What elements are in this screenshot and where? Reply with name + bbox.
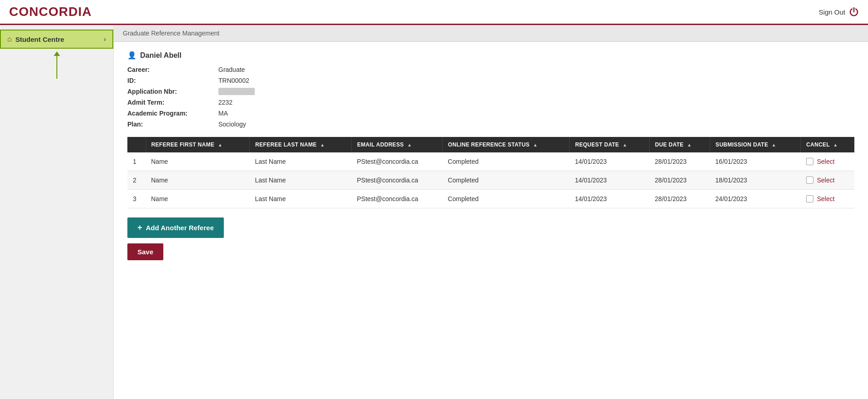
arrow-up-line — [56, 56, 57, 79]
power-icon — [849, 7, 859, 17]
cell-request-date: 14/01/2023 — [570, 190, 650, 208]
cell-request-date: 14/01/2023 — [570, 171, 650, 190]
sidebar-arrow-indicator — [0, 49, 113, 79]
career-row: Career: Graduate — [127, 66, 854, 73]
col-num — [127, 137, 146, 152]
cell-first-name: Name — [146, 152, 250, 171]
cell-submission-date: 24/01/2023 — [710, 190, 800, 208]
col-submission-date[interactable]: SUBMISSION DATE ▲ — [710, 137, 800, 152]
app-nbr-value — [218, 88, 255, 95]
cell-submission-date: 16/01/2023 — [710, 152, 800, 171]
save-button[interactable]: Save — [127, 243, 163, 260]
academic-program-label: Academic Program: — [127, 110, 218, 117]
add-referee-label: Add Another Referee — [146, 224, 214, 232]
home-icon: ⌂ — [7, 35, 12, 43]
person-icon: 👤 — [127, 51, 136, 60]
id-label: ID: — [127, 77, 218, 84]
sort-icon-email: ▲ — [407, 142, 412, 147]
plan-label: Plan: — [127, 121, 218, 128]
table-row: 3 Name Last Name PStest@concordia.ca Com… — [127, 190, 854, 208]
admit-term-label: Admit Term: — [127, 99, 218, 106]
sort-icon-cancel: ▲ — [833, 142, 838, 147]
col-cancel[interactable]: CANCEL ▲ — [801, 137, 854, 152]
breadcrumb: Graduate Reference Management — [114, 25, 868, 42]
academic-program-row: Academic Program: MA — [127, 110, 854, 117]
cancel-checkbox[interactable] — [806, 158, 813, 165]
plus-icon: + — [137, 223, 142, 232]
page-content: 👤 Daniel Abell Career: Graduate ID: TRN0… — [114, 42, 868, 269]
sort-icon-request-date: ▲ — [623, 142, 627, 147]
cell-request-date: 14/01/2023 — [570, 152, 650, 171]
select-label[interactable]: Select — [817, 158, 835, 165]
cell-num: 2 — [127, 171, 146, 190]
add-referee-button[interactable]: + Add Another Referee — [127, 217, 224, 238]
cell-cancel: Select — [801, 190, 854, 208]
sign-out-label: Sign Out — [819, 8, 845, 16]
admit-term-row: Admit Term: 2232 — [127, 99, 854, 106]
cell-submission-date: 18/01/2023 — [710, 171, 800, 190]
cell-status: Completed — [442, 152, 569, 171]
cell-first-name: Name — [146, 190, 250, 208]
cell-first-name: Name — [146, 171, 250, 190]
col-email[interactable]: EMAIL ADDRESS ▲ — [351, 137, 442, 152]
plan-value: Sociology — [218, 121, 246, 128]
sort-icon-submission-date: ▲ — [772, 142, 776, 147]
cell-num: 3 — [127, 190, 146, 208]
sidebar: ⌂ Student Centre › — [0, 25, 114, 399]
sidebar-item-label: Student Centre — [15, 35, 65, 43]
student-info: 👤 Daniel Abell Career: Graduate ID: TRN0… — [127, 51, 854, 128]
career-value: Graduate — [218, 66, 245, 73]
concordia-logo: CONCORDIA — [9, 5, 92, 19]
sort-icon-due-date: ▲ — [687, 142, 691, 147]
col-due-date[interactable]: DUE DATE ▲ — [649, 137, 710, 152]
app-nbr-row: Application Nbr: — [127, 88, 854, 95]
sort-icon-status: ▲ — [533, 142, 538, 147]
chevron-right-icon: › — [104, 35, 106, 43]
cell-status: Completed — [442, 190, 569, 208]
main-layout: ⌂ Student Centre › Graduate Reference Ma… — [0, 25, 868, 399]
cell-due-date: 28/01/2023 — [649, 152, 710, 171]
id-value: TRN00002 — [218, 77, 249, 84]
academic-program-value: MA — [218, 110, 228, 117]
cell-due-date: 28/01/2023 — [649, 190, 710, 208]
cell-email: PStest@concordia.ca — [351, 190, 442, 208]
admit-term-value: 2232 — [218, 99, 232, 106]
cancel-checkbox[interactable] — [806, 177, 813, 184]
select-label[interactable]: Select — [817, 195, 835, 202]
cell-last-name: Last Name — [250, 190, 352, 208]
cell-cancel: Select — [801, 171, 854, 190]
col-request-date[interactable]: REQUEST DATE ▲ — [570, 137, 650, 152]
content-area: Graduate Reference Management 👤 Daniel A… — [114, 25, 868, 399]
table-row: 2 Name Last Name PStest@concordia.ca Com… — [127, 171, 854, 190]
sign-out-button[interactable]: Sign Out — [819, 7, 859, 17]
sort-icon-first-name: ▲ — [218, 142, 222, 147]
cell-last-name: Last Name — [250, 171, 352, 190]
app-nbr-label: Application Nbr: — [127, 88, 218, 95]
career-label: Career: — [127, 66, 218, 73]
id-row: ID: TRN00002 — [127, 77, 854, 84]
save-label: Save — [137, 248, 153, 256]
student-name: 👤 Daniel Abell — [127, 51, 854, 60]
cell-cancel: Select — [801, 152, 854, 171]
sidebar-item-student-centre[interactable]: ⌂ Student Centre › — [0, 30, 113, 49]
cell-due-date: 28/01/2023 — [649, 171, 710, 190]
sort-icon-last-name: ▲ — [320, 142, 325, 147]
plan-row: Plan: Sociology — [127, 121, 854, 128]
cancel-checkbox[interactable] — [806, 195, 813, 202]
select-label[interactable]: Select — [817, 177, 835, 184]
cell-last-name: Last Name — [250, 152, 352, 171]
col-first-name[interactable]: REFEREE FIRST NAME ▲ — [146, 137, 250, 152]
col-last-name[interactable]: REFEREE LAST NAME ▲ — [250, 137, 352, 152]
referee-table: REFEREE FIRST NAME ▲ REFEREE LAST NAME ▲… — [127, 137, 854, 208]
table-header: REFEREE FIRST NAME ▲ REFEREE LAST NAME ▲… — [127, 137, 854, 152]
arrow-up-head — [54, 51, 60, 56]
top-header: CONCORDIA Sign Out — [0, 0, 868, 25]
cell-status: Completed — [442, 171, 569, 190]
actions-row: + Add Another Referee Save — [127, 217, 854, 260]
cell-email: PStest@concordia.ca — [351, 171, 442, 190]
cell-num: 1 — [127, 152, 146, 171]
table-row: 1 Name Last Name PStest@concordia.ca Com… — [127, 152, 854, 171]
col-status[interactable]: ONLINE REFERENCE STATUS ▲ — [442, 137, 569, 152]
table-body: 1 Name Last Name PStest@concordia.ca Com… — [127, 152, 854, 208]
cell-email: PStest@concordia.ca — [351, 152, 442, 171]
